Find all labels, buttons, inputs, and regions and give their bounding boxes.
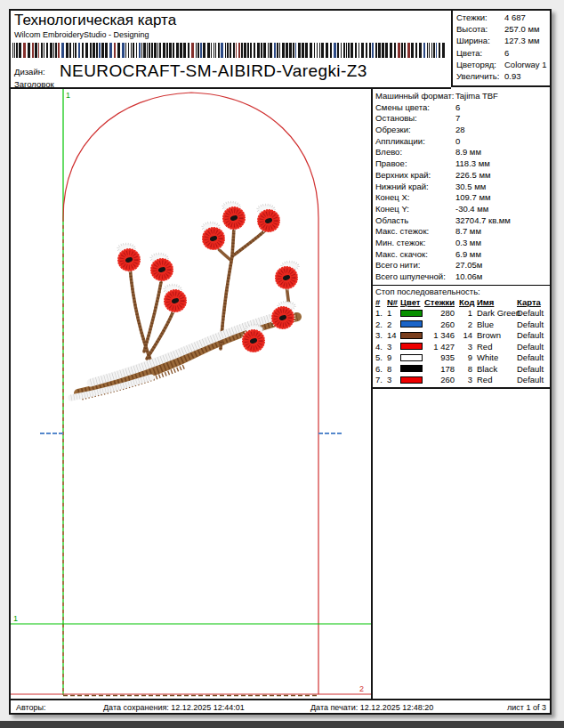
barcode-stripe	[105, 43, 108, 58]
machine-info-rows: Машинный формат:Tajima TBFСмены цвета:6О…	[373, 91, 550, 283]
machine-info-value: 0	[455, 136, 460, 146]
barcode-stripe	[274, 43, 276, 58]
stop-num: 6.	[375, 364, 383, 374]
barcode-stripe	[125, 43, 126, 58]
barcode-stripe	[117, 43, 120, 58]
stop-sequence-title: Стоп последовательность:	[373, 285, 550, 297]
stop-code: 3	[459, 342, 472, 352]
berry	[202, 222, 225, 250]
stop-sequence-header: # N# Цвет Стежки Код Имя Карта	[373, 297, 550, 309]
barcode-stripe	[398, 43, 400, 58]
barcode-stripe	[295, 43, 296, 58]
barcode-stripe	[173, 43, 174, 58]
barcode-stripe	[250, 43, 252, 58]
stop-num: 7.	[375, 375, 383, 384]
summary-label: Увеличить:	[456, 71, 499, 81]
stop-sequence-row: 7.32603RedDefault	[373, 375, 550, 386]
stop-code: 1	[459, 308, 472, 318]
window-bottom-bar	[0, 721, 564, 728]
stop-name: Red	[477, 375, 492, 384]
stop-needle: 2	[387, 320, 391, 329]
stop-needle: 1	[387, 308, 391, 318]
summary-value: 257.0 мм	[504, 24, 539, 34]
stop-num: 5.	[375, 352, 383, 362]
barcode-stripe	[188, 43, 189, 58]
barcode-stripe	[401, 43, 403, 58]
barcode-stripe	[131, 43, 132, 58]
stop-stitches: 1 427	[423, 342, 455, 352]
design-summary-box: Стежки:4 687Высота:257.0 ммШирина:127.3 …	[451, 11, 550, 87]
design-name: NEUROCRAFT-SM-AIBIRD-Varegki-Z3	[60, 61, 367, 81]
barcode-stripe	[85, 43, 88, 58]
stop-num: 2.	[375, 320, 383, 329]
barcode-stripe	[348, 43, 350, 58]
barcode-stripe	[415, 43, 417, 58]
stop-code: 3	[459, 375, 472, 384]
barcode-stripe	[230, 43, 231, 58]
barcode-stripe	[203, 43, 205, 58]
barcode-stripe	[433, 43, 435, 58]
barcode-stripe	[337, 43, 339, 58]
berry	[117, 244, 141, 271]
embroidery-preview: 1 1 2 2	[11, 89, 371, 697]
barcode-stripe	[136, 43, 137, 58]
saved-date: Дата сохранения: 12.12.2025 12:44:01	[103, 703, 245, 712]
stop-sequence-table: 1.12801Dark GreenDefault2.22602BlueDefau…	[373, 308, 550, 386]
barcode-stripe	[16, 43, 18, 58]
stop-sequence-row: 1.12801Dark GreenDefault	[373, 308, 550, 320]
barcode-stripe	[429, 43, 430, 58]
footer: Авторы: Дата сохранения: 12.12.2025 12:4…	[11, 699, 550, 713]
barcode-stripe	[382, 43, 384, 58]
barcode-stripe	[341, 43, 342, 58]
berry	[164, 285, 187, 312]
print-preview-page: Технологическая карта Wilcom EmbroideryS…	[9, 9, 552, 715]
machine-info-value: 8.7 мм	[455, 226, 481, 236]
barcode-stripe	[69, 43, 71, 58]
stop-name: Black	[477, 364, 497, 374]
barcode-stripe	[238, 43, 240, 58]
barcode-stripe	[53, 43, 54, 58]
stop-needle: 3	[387, 342, 391, 352]
machine-info-value: 8.9 мм	[455, 147, 481, 157]
machine-info-label: Мин. стежок:	[375, 238, 425, 247]
barcode-stripe	[334, 43, 336, 58]
stop-sequence-row: 6.81788BlackDefault	[373, 364, 550, 376]
guide-marker-1-top: 1	[66, 91, 70, 100]
machine-info-value: Tajima TBF	[455, 91, 498, 101]
stop-code: 9	[459, 352, 472, 362]
barcode-stripe	[305, 43, 308, 58]
barcode-stripe	[361, 43, 364, 58]
machine-info-panel: Машинный формат:Tajima TBFСмены цвета:6О…	[373, 89, 550, 389]
berries	[117, 202, 299, 352]
barcode-stripe	[14, 43, 15, 58]
barcode-stripe	[19, 43, 21, 58]
machine-info-value: 226.5 мм	[455, 170, 490, 180]
stop-needle: 9	[387, 352, 391, 362]
thread-color-swatch	[400, 354, 423, 361]
barcode-stripe	[75, 43, 77, 58]
barcode-stripe	[423, 43, 425, 58]
barcode-stripe	[431, 43, 432, 58]
barcode-stripe	[200, 43, 202, 58]
machine-info-label: Область	[375, 215, 408, 225]
machine-info-row: Смены цвета:6	[373, 102, 550, 114]
machine-info-label: Нижний край:	[375, 182, 429, 191]
summary-label: Стежки:	[456, 12, 487, 22]
barcode-stripe	[233, 43, 235, 58]
stop-stitches: 260	[423, 320, 455, 329]
col-hash: #	[375, 297, 380, 307]
machine-info-row: Нижний край:30.5 мм	[373, 182, 550, 193]
barcode-stripe	[176, 43, 179, 58]
barcode-stripe	[58, 43, 60, 58]
barcode-stripe	[169, 43, 172, 58]
barcode-stripe	[159, 43, 161, 58]
barcode-stripe	[141, 43, 142, 58]
stop-name: Brown	[477, 330, 501, 340]
barcode-stripe	[227, 43, 229, 58]
barcode-stripe	[247, 43, 249, 58]
machine-info-row: Всего шпулечной:10.06м	[373, 271, 550, 283]
barcode-stripe	[366, 43, 367, 58]
barcode-stripe	[211, 43, 212, 58]
stop-sequence-row: 3.141 34614BrownDefault	[373, 330, 550, 342]
stop-code: 14	[459, 330, 472, 340]
